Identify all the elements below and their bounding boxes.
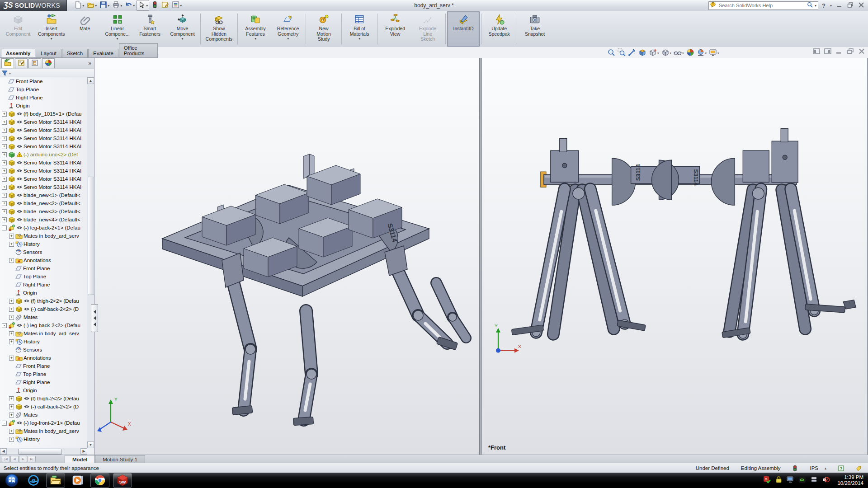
tr-volume-tray-icon[interactable] <box>822 476 830 485</box>
dropdown-arrow[interactable]: ▾ <box>146 4 148 8</box>
vertical-scroll-thumb[interactable] <box>88 177 94 295</box>
reference-geometry-button[interactable]: Reference Geometry▼ <box>272 11 304 47</box>
qa-traffic-button[interactable] <box>150 0 160 10</box>
expand-toggle[interactable]: + <box>9 396 14 401</box>
new-motion-study-button[interactable]: New Motion Study <box>307 11 340 47</box>
tree-item[interactable]: +Servo Motor S3114 HKAI <box>0 159 87 167</box>
search-input[interactable] <box>718 2 805 9</box>
tr-layers-tray-icon[interactable] <box>810 476 818 485</box>
tree-item[interactable]: Origin <box>0 289 87 297</box>
expand-toggle[interactable]: + <box>9 413 14 418</box>
dropdown-arrow[interactable]: ▾ <box>120 4 122 8</box>
quick-tips-icon[interactable]: ? <box>838 465 844 472</box>
tree-item[interactable]: +History <box>0 435 87 443</box>
hu-section-button[interactable] <box>638 48 647 58</box>
tree-item[interactable]: +History <box>0 240 87 248</box>
hu-prev-button[interactable] <box>627 48 637 58</box>
tree-item[interactable]: +(-) calf-back-2<2> (D <box>0 305 87 313</box>
panel-splitter-handle[interactable] <box>91 304 98 332</box>
tree-vertical-scrollbar[interactable]: ▲ ▼ <box>87 77 94 448</box>
dropdown-arrow[interactable]: ▾ <box>670 52 672 55</box>
tree-item[interactable]: +Mates <box>0 411 87 419</box>
windows-explorer-taskbar-button[interactable] <box>46 473 65 488</box>
pt-prop-tab[interactable] <box>15 58 28 68</box>
tree-item[interactable]: +blade_new<4> (Default< <box>0 216 87 224</box>
tab-layout[interactable]: Layout <box>36 49 61 57</box>
linear-compone-button[interactable]: Linear Compone...▼ <box>101 11 134 47</box>
dropdown-arrow[interactable]: ▾ <box>657 52 659 55</box>
pc-restore-button[interactable] <box>847 48 854 56</box>
tree-item[interactable]: +Servo Motor S3114 HKAI <box>0 167 87 175</box>
tree-item[interactable]: +(f) thigh-2<2> (Defau <box>0 297 87 305</box>
tr-display-tray-icon[interactable] <box>787 476 794 485</box>
search-icon[interactable] <box>807 2 813 9</box>
assembly-features-button[interactable]: Assembly Features▼ <box>239 11 272 47</box>
dropdown-arrow[interactable]: ▼ <box>116 37 119 40</box>
expand-toggle[interactable]: + <box>9 315 14 320</box>
expand-toggle[interactable]: - <box>2 225 7 230</box>
pt-tree-tab[interactable] <box>1 58 14 68</box>
pc-min-button[interactable] <box>835 48 843 56</box>
dropdown-arrow[interactable]: ▾ <box>705 52 707 55</box>
tree-item[interactable]: +blade_new<2> (Default< <box>0 199 87 207</box>
tree-item[interactable]: Sensors <box>0 248 87 256</box>
tree-item[interactable]: +Mates in body_ard_serv <box>0 427 87 435</box>
expand-toggle[interactable]: + <box>2 144 7 149</box>
tree-item[interactable]: +AAnnotations <box>0 354 87 362</box>
dropdown-arrow[interactable]: ▾ <box>717 52 719 55</box>
expand-toggle[interactable]: + <box>9 299 14 304</box>
close-button[interactable] <box>858 2 864 9</box>
tree-item[interactable]: +Mates <box>0 313 87 321</box>
tab-model[interactable]: Model <box>65 455 95 463</box>
scroll-right-button[interactable]: ▶ <box>80 448 87 455</box>
help-dropdown-arrow[interactable]: ▾ <box>830 4 832 8</box>
tree-horizontal-scrollbar[interactable]: ◀ ▶ <box>0 448 87 455</box>
tree-item[interactable]: Right Plane <box>0 94 87 102</box>
tree-item[interactable]: +blade_new<3> (Default< <box>0 207 87 216</box>
expand-toggle[interactable]: + <box>9 339 14 344</box>
expand-toggle[interactable]: + <box>2 169 7 174</box>
tree-item[interactable]: +!(-) arduino uno<2> (Def <box>0 150 87 159</box>
move-component-button[interactable]: Move Component▼ <box>166 11 199 47</box>
expand-toggle[interactable]: + <box>2 112 7 117</box>
expand-toggle[interactable]: + <box>2 120 7 125</box>
horizontal-scroll-thumb[interactable] <box>18 449 62 455</box>
tab-motion-study-1[interactable]: Motion Study 1 <box>95 455 145 463</box>
insert-components-button[interactable]: Insert Components▼ <box>34 11 69 47</box>
tab-sketch[interactable]: Sketch <box>62 49 88 57</box>
tree-item[interactable]: Top Plane <box>0 370 87 378</box>
dropdown-arrow[interactable]: ▾ <box>82 4 84 8</box>
scroll-left-button[interactable]: ◀ <box>0 448 7 455</box>
tree-item[interactable]: -(-) leg-back-2<1> (Defau <box>0 224 87 232</box>
qa-select-button[interactable]: ▾ <box>137 0 149 11</box>
take-snapshot-button[interactable]: Take Snapshot <box>519 11 551 47</box>
tab-navigation-buttons[interactable]: |◀◀▶▶| <box>0 455 38 463</box>
tab-office-products[interactable]: Office Products <box>119 43 158 57</box>
solidworks-taskbar-button[interactable]: SW <box>113 473 132 488</box>
taskbar-clock[interactable]: 1:39 PM 10/20/2014 <box>834 474 863 486</box>
tree-item[interactable]: Top Plane <box>0 85 87 94</box>
dropdown-arrow[interactable]: ▼ <box>358 37 361 40</box>
tree-item[interactable]: +Servo Motor S3114 HKAI <box>0 118 87 126</box>
expand-toggle[interactable]: + <box>9 437 14 442</box>
tree-item[interactable]: -(-) leg-back-2<2> (Defau <box>0 321 87 329</box>
start-button-taskbar-button[interactable] <box>3 474 21 487</box>
qa-open-button[interactable]: ▾ <box>86 0 98 10</box>
expand-toggle[interactable]: + <box>9 234 14 239</box>
expand-toggle[interactable]: + <box>2 128 7 133</box>
pc-right-button[interactable] <box>824 48 831 56</box>
tag-icon[interactable] <box>856 465 862 472</box>
tree-item[interactable]: +blade_new<1> (Default< <box>0 191 87 199</box>
media-player-taskbar-button[interactable] <box>69 474 87 487</box>
dropdown-arrow[interactable]: ▾ <box>108 4 109 8</box>
tree-item[interactable]: Origin <box>0 386 87 394</box>
tree-item[interactable]: Front Plane <box>0 77 87 85</box>
scroll-down-button[interactable]: ▼ <box>87 441 94 448</box>
tr-nvidia-tray-icon[interactable] <box>798 476 806 485</box>
tree-item[interactable]: +History <box>0 338 87 346</box>
hu-orient-button[interactable]: ▾ <box>648 48 660 58</box>
dropdown-arrow[interactable]: ▼ <box>287 37 290 40</box>
restore-button[interactable] <box>847 2 854 9</box>
hu-style-button[interactable]: ▾ <box>661 48 672 58</box>
tree-item[interactable]: Origin <box>0 102 87 110</box>
